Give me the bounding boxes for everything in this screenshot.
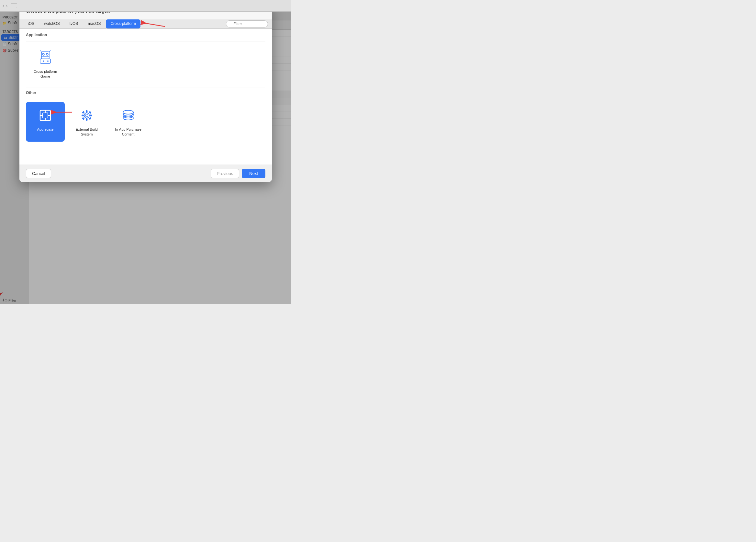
filter-wrapper: ⊙ — [226, 20, 268, 28]
nav-back-btn[interactable]: ‹ — [3, 3, 4, 8]
tab-filter-area: ⊙ — [226, 20, 268, 28]
svg-rect-24 — [82, 111, 84, 114]
modal-footer: Cancel Previous Next — [19, 165, 272, 182]
svg-rect-21 — [86, 118, 88, 121]
template-chooser-modal: Choose a template for your new target: i… — [19, 3, 272, 182]
section-title-other: Other — [26, 91, 265, 95]
section-divider-2 — [26, 88, 265, 88]
in-app-purchase-label: In-App PurchaseContent — [115, 127, 141, 137]
aggregate-icon — [36, 106, 54, 125]
svg-rect-25 — [89, 117, 91, 120]
svg-rect-26 — [82, 117, 84, 120]
template-aggregate[interactable]: Aggregate — [26, 102, 65, 142]
next-button[interactable]: Next — [242, 169, 265, 178]
panel-toggle — [11, 4, 17, 8]
header-toolbar: ‹ › — [0, 0, 291, 12]
cancel-button[interactable]: Cancel — [26, 169, 51, 178]
template-cross-platform-game[interactable]: Cross-platformGame — [26, 44, 65, 84]
svg-point-28 — [123, 110, 133, 114]
svg-rect-27 — [89, 111, 91, 114]
svg-rect-1 — [41, 52, 49, 59]
section-title-application: Application — [26, 33, 265, 37]
svg-point-19 — [85, 114, 88, 117]
tab-cross-platform[interactable]: Cross-platform — [106, 19, 140, 28]
aggregate-label: Aggregate — [37, 127, 54, 132]
template-in-app-purchase[interactable]: In-App PurchaseContent — [109, 102, 148, 142]
tab-bar: iOS watchOS tvOS macOS Cross-platform — [19, 19, 272, 29]
external-build-system-icon — [78, 106, 96, 125]
modal-overlay: Choose a template for your new target: i… — [0, 0, 291, 304]
svg-point-8 — [47, 61, 49, 62]
svg-point-18 — [84, 113, 89, 118]
in-app-purchase-icon — [119, 106, 137, 125]
cross-platform-game-icon — [36, 49, 54, 67]
external-build-system-label: External BuildSystem — [76, 127, 98, 137]
template-content: Application — [19, 29, 272, 165]
tab-watchos[interactable]: watchOS — [39, 19, 64, 28]
previous-button[interactable]: Previous — [211, 169, 239, 178]
cross-platform-game-label: Cross-platformGame — [34, 69, 57, 79]
footer-right: Previous Next — [211, 169, 265, 178]
svg-rect-20 — [86, 110, 88, 113]
other-templates-grid: Aggregate — [26, 102, 265, 142]
nav-forward-btn[interactable]: › — [6, 3, 8, 8]
svg-line-9 — [40, 50, 41, 52]
svg-point-3 — [46, 53, 48, 55]
tab-ios[interactable]: iOS — [23, 19, 39, 28]
template-external-build-system[interactable]: External BuildSystem — [67, 102, 106, 142]
svg-rect-22 — [82, 115, 84, 116]
tab-filter-input[interactable] — [226, 20, 268, 28]
section-divider-1 — [26, 41, 265, 41]
svg-line-10 — [49, 50, 50, 52]
tab-tvos[interactable]: tvOS — [65, 19, 83, 28]
section-divider-3 — [26, 99, 265, 99]
svg-point-2 — [42, 53, 44, 55]
application-templates-grid: Cross-platformGame — [26, 44, 265, 84]
svg-rect-11 — [37, 107, 54, 124]
svg-rect-5 — [40, 59, 50, 63]
svg-rect-23 — [90, 115, 92, 116]
tab-macos[interactable]: macOS — [83, 19, 105, 28]
